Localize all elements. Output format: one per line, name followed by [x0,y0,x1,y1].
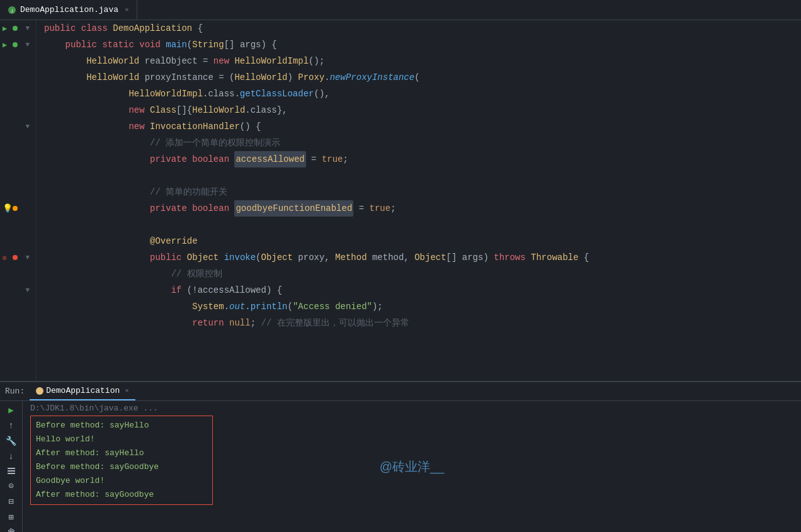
breakpoint-2[interactable] [13,42,18,47]
code-line-1: public class DemoApplication { [44,20,801,37]
code-line-9: private boolean accessAllowed = true; [44,151,801,167]
code-line-8: // 添加一个简单的权限控制演示 [44,135,801,151]
run-button[interactable]: ▶ [4,405,19,416]
breakpoint-15[interactable] [13,255,18,260]
list-button[interactable] [4,467,19,475]
empty-10 [44,167,49,184]
gutter-row-15: ⊙ ▼ [0,249,33,266]
watermark: @砖业洋__ [380,458,445,475]
output-line-4: Before method: sayGoodbye [36,460,207,474]
gutter-row-4 [0,69,33,86]
bottom-tab-close[interactable]: × [125,387,129,395]
method-newproxy: newProxyInstance [330,69,414,86]
indent-11 [44,184,150,200]
fold-icon-2[interactable]: ▼ [25,41,30,48]
align-button[interactable]: ⊟ [4,496,19,507]
cast-close: ) [287,69,298,86]
scroll-up-button[interactable]: ↑ [4,421,19,431]
fold-icon-1[interactable]: ▼ [25,25,30,32]
val-true-2: true [370,200,391,217]
fold-icon-17[interactable]: ▼ [25,286,30,294]
println-paren: ( [288,298,293,315]
gutter-row-7: ▼ [0,118,33,135]
indent-15 [44,249,150,266]
var-real: realObject = [139,53,213,69]
code-line-15: public Object invoke(Object proxy, Metho… [44,249,801,266]
type-proxy: Proxy [298,69,324,86]
type-hw1: HelloWorld [86,53,139,69]
gutter-row-6 [0,102,33,118]
tab-close-button[interactable]: × [125,6,129,14]
gcl-paren: (), [314,86,329,102]
field-out: out [229,298,245,315]
println-close: ); [372,298,383,315]
lightbulb-icon[interactable]: 💡 [3,203,13,213]
comment-1: // 添加一个简单的权限控制演示 [150,135,280,151]
run-icon-1[interactable]: ▶ [3,24,7,33]
indent-7 [44,118,128,135]
gutter-row-1: ▶ ▼ [0,20,33,37]
editor-tab[interactable]: J DemoApplication.java × [0,0,137,20]
val-true-1: true [322,151,343,167]
debug-stop-icon[interactable]: ⊙ [3,254,7,262]
scroll-down-button[interactable]: ↓ [4,451,19,461]
code-line-6: new Class[]{HelloWorld.class}, [44,102,801,118]
kw-public-1: public [44,20,81,37]
gutter-row-16 [0,266,33,282]
breakpoint-12[interactable] [13,206,18,211]
comment-2: // 简单的功能开关 [150,184,227,200]
run-icon-2[interactable]: ▶ [3,40,7,50]
code-line-16: // 权限控制 [44,266,801,282]
fold-icon-7[interactable]: ▼ [25,123,30,130]
bottom-content: ▶ ↑ 🔧 ↓ ⊙ ⊟ ⊞ 🗑 D:\JDK1.8\bin\java.exe .… [0,401,801,532]
breakpoint-1[interactable] [13,26,18,31]
kw-class: class [81,20,113,37]
gutter-row-9 [0,151,33,167]
gutter-row-18 [0,298,33,315]
comment-4: // 在完整版里出，可以抛出一个异常 [261,315,409,331]
tab-bar: J DemoApplication.java × [0,0,801,20]
indent-16 [44,266,171,282]
kw-boolean-1: boolean [192,151,234,167]
classname: DemoApplication [113,20,192,37]
indent-19 [44,315,192,331]
type-hw-class: HelloWorld [192,102,245,118]
camera-button[interactable]: ⊙ [4,480,19,491]
comment-3: // 权限控制 [171,266,222,282]
type-hw2: HelloWorld [86,69,139,86]
semi-2: ; [390,200,395,217]
run-label: Run: [5,387,25,396]
kw-public-3: public [150,249,187,266]
type-hw-cast: HelloWorld [234,69,287,86]
dot-1: . [324,69,329,86]
gutter-row-13 [0,217,33,233]
space-15 [219,249,224,266]
output-line-1: Before method: sayHello [36,419,207,433]
code-line-19: return null; // 在完整版里出，可以抛出一个异常 [44,315,801,331]
type-class-arr: Class [150,102,176,118]
fold-icon-15[interactable]: ▼ [25,254,30,261]
code-area[interactable]: public class DemoApplication { public st… [37,20,801,381]
param-proxy: proxy, [293,249,335,266]
dot-println: . [245,298,250,315]
wrench-button[interactable]: 🔧 [4,436,19,446]
arr-args: [] args) [446,249,494,266]
indent-4 [44,69,86,86]
indent-2 [44,37,65,53]
print-button[interactable]: ⊞ [4,512,19,523]
type-ih: InvocationHandler [150,118,240,135]
var-access-allowed: accessAllowed [234,151,305,167]
code-line-2: public static void main(String[] args) { [44,37,801,53]
output-area[interactable]: D:\JDK1.8\bin\java.exe ... Before method… [23,401,801,532]
bottom-tab-bar: Run: DemoApplication × [0,382,801,401]
type-hwimpl: HelloWorldImpl [234,53,309,69]
indent-5 [44,86,128,102]
kw-new-2: new [128,102,150,118]
indent-9 [44,151,150,167]
gutter-row-17: ▼ [0,282,33,298]
gutter-row-14 [0,233,33,249]
delete-button[interactable]: 🗑 [4,528,19,532]
bottom-tab-demo[interactable]: DemoApplication × [30,383,135,400]
output-box: Before method: sayHello Hello world! Aft… [30,416,213,505]
kw-static: static [102,37,139,53]
